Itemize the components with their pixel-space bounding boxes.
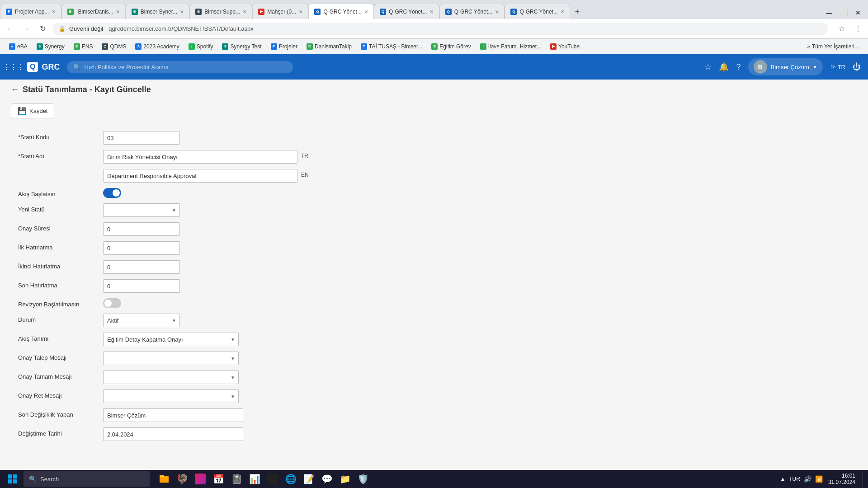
status-name-en-input[interactable]	[103, 169, 297, 183]
user-dropdown-icon: ▼	[813, 65, 817, 70]
flow-start-toggle[interactable]	[103, 188, 121, 198]
taskbar-expand-icon[interactable]: ▲	[780, 476, 785, 482]
bookmark-eba[interactable]: e eBA	[5, 42, 31, 51]
taskbar-app-img[interactable]	[192, 470, 209, 488]
second-reminder-input[interactable]	[103, 260, 180, 274]
bookmark-danismantakip[interactable]: D DanismanTakip	[303, 42, 355, 51]
bookmark-favicon: A	[135, 43, 142, 50]
favorites-btn[interactable]: ☆	[704, 62, 712, 72]
forward-button[interactable]: →	[20, 23, 33, 35]
bookmark-egitim-gorev[interactable]: E Eğitim Görev	[428, 42, 474, 51]
tab-qgrc-2[interactable]: Q Q-GRC Yönet... ×	[374, 4, 439, 19]
tab-projeler[interactable]: P Projeler App... ×	[0, 4, 61, 19]
tab-close-btn[interactable]: ×	[299, 8, 302, 15]
taskbar-app-files[interactable]: 📁	[336, 470, 354, 488]
taskbar-app-chrome[interactable]: 🌐	[282, 470, 299, 488]
bookmark-ens[interactable]: E ENS	[70, 42, 97, 51]
last-modified-by-input[interactable]	[103, 408, 243, 422]
taskbar-app-calendar[interactable]: 📅	[210, 470, 227, 488]
bookmark-2023academy[interactable]: A 2023 Academy	[132, 42, 183, 51]
revision-start-toggle[interactable]	[103, 298, 121, 308]
taskbar-speaker-icon[interactable]: 🔊	[804, 475, 811, 483]
taskbar-app-turkey[interactable]: 🦃	[174, 470, 191, 488]
help-btn[interactable]: ?	[736, 62, 741, 72]
tab-favicon: ▶	[258, 9, 264, 15]
tab-bimser-supp[interactable]: B Bimser Supp... ×	[189, 4, 252, 19]
tab-close-btn[interactable]: ×	[561, 8, 564, 15]
approval-duration-input[interactable]	[103, 222, 180, 236]
address-bar: ← → ↻ 🔓 Güvenli değil qgrcdemo.bimser.co…	[0, 19, 868, 39]
modified-date-input[interactable]	[103, 427, 243, 441]
tab-favicon: B	[195, 9, 202, 15]
bookmark-tai[interactable]: T TAİ TUSAŞ - Bimser...	[357, 42, 426, 51]
bookmark-spotify[interactable]: ♪ Spotify	[185, 42, 217, 51]
status-code-input[interactable]	[103, 131, 180, 145]
tab-title: Q-GRC Yönet...	[389, 9, 427, 15]
taskbar-app-teams[interactable]: 💬	[318, 470, 335, 488]
tab-qgrc-4[interactable]: Q Q-GRC Yönet... ×	[505, 4, 570, 19]
taskbar-app-word[interactable]: 📝	[300, 470, 317, 488]
power-btn[interactable]: ⏻	[853, 62, 861, 72]
taskbar-app-excel[interactable]: 📊	[246, 470, 263, 488]
header-search-box[interactable]: 🔍	[67, 61, 293, 73]
tab-bimser-synergy[interactable]: B Bimser Syner... ×	[126, 4, 190, 19]
tab-close-btn[interactable]: ×	[495, 8, 499, 15]
bookmark-ilave[interactable]: İ İlave Fatura. Hizmet...	[476, 42, 545, 51]
tab-close-btn[interactable]: ×	[116, 8, 120, 15]
tab-qgrc-active[interactable]: Q Q-GRC Yönet... ×	[308, 4, 374, 19]
status-name-tr-input[interactable]	[103, 150, 297, 164]
taskbar-lang-label: TUR	[789, 476, 800, 482]
restore-btn[interactable]: ⬜	[837, 6, 850, 19]
bookmark-projeler[interactable]: P Projeler	[267, 42, 301, 51]
taskbar-app-explorer[interactable]	[156, 470, 173, 488]
close-btn[interactable]: ✕	[852, 6, 864, 19]
tab-favicon: B	[67, 9, 74, 15]
minimize-btn[interactable]: —	[823, 6, 835, 19]
new-tab-button[interactable]: +	[570, 5, 585, 19]
tab-close-btn[interactable]: ×	[180, 8, 184, 15]
last-reminder-input[interactable]	[103, 279, 180, 293]
taskbar-app-onenote[interactable]: 📓	[228, 470, 245, 488]
taskbar-search-box[interactable]: 🔍 Search	[24, 471, 150, 487]
search-input[interactable]	[84, 64, 287, 70]
bookmark-qdms[interactable]: Q QDMS	[98, 42, 130, 51]
taskbar-show-desktop[interactable]	[863, 471, 864, 487]
user-menu-btn[interactable]: B Bimser Çözüm ▼	[748, 58, 823, 75]
save-button[interactable]: 💾 Kaydet	[11, 103, 54, 118]
approval-request-msg-select[interactable]	[103, 352, 239, 365]
tab-title: Bimser Supp...	[204, 9, 240, 15]
taskbar-network-icon[interactable]: 📶	[815, 475, 823, 483]
reload-button[interactable]: ↻	[36, 23, 49, 35]
status-select[interactable]: Aktif Pasif	[103, 314, 180, 327]
tab-close-btn[interactable]: ×	[52, 8, 55, 15]
back-button[interactable]: ←	[4, 23, 16, 35]
back-navigation-btn[interactable]: ←	[11, 85, 19, 94]
first-reminder-input[interactable]	[103, 241, 180, 255]
language-btn[interactable]: 🏳 TR	[830, 64, 845, 70]
tab-close-btn[interactable]: ×	[243, 8, 246, 15]
tab-close-btn[interactable]: ×	[364, 8, 368, 15]
bookmark-synergy[interactable]: S Synergy	[33, 42, 68, 51]
bookmark-synergy-test[interactable]: S Synergy Test	[218, 42, 265, 51]
bookmark-star[interactable]: ☆	[835, 23, 848, 35]
url-bar[interactable]: 🔓 Güvenli değil qgrcdemo.bimser.com.tr/Q…	[52, 23, 828, 35]
app-menu-btn[interactable]: ⋮⋮⋮	[7, 61, 20, 73]
tab-close-btn[interactable]: ×	[430, 8, 434, 15]
bookmarks-more-btn[interactable]: » Tüm Yer İşaretleri...	[803, 42, 863, 51]
tab-mahser[interactable]: ▶ Mahşer (0... ×	[252, 4, 308, 19]
new-status-select[interactable]	[103, 203, 180, 217]
taskbar-app-dark[interactable]	[264, 470, 281, 488]
bookmark-label: YouTube	[558, 43, 580, 50]
taskbar-app-security[interactable]: 🛡️	[354, 470, 372, 488]
tab-qgrc-3[interactable]: Q Q-GRC Yönet... ×	[439, 4, 505, 19]
notifications-btn[interactable]: 🔔	[719, 62, 729, 72]
flow-definition-select[interactable]: Eğitim Detay Kapatma Onayı	[103, 333, 239, 346]
revision-start-row: Revizyon Başlatılmasın	[18, 298, 850, 308]
tab-bimser-danis[interactable]: B -BimserDanis... ×	[61, 4, 126, 19]
approval-complete-msg-select[interactable]	[103, 371, 239, 384]
approval-reject-msg-select[interactable]	[103, 389, 239, 403]
browser-menu[interactable]: ⋮	[852, 23, 864, 35]
bookmark-youtube[interactable]: ▶ YouTube	[547, 42, 583, 51]
start-button[interactable]	[4, 471, 22, 487]
tab-bar: P Projeler App... × B -BimserDanis... × …	[0, 0, 868, 19]
